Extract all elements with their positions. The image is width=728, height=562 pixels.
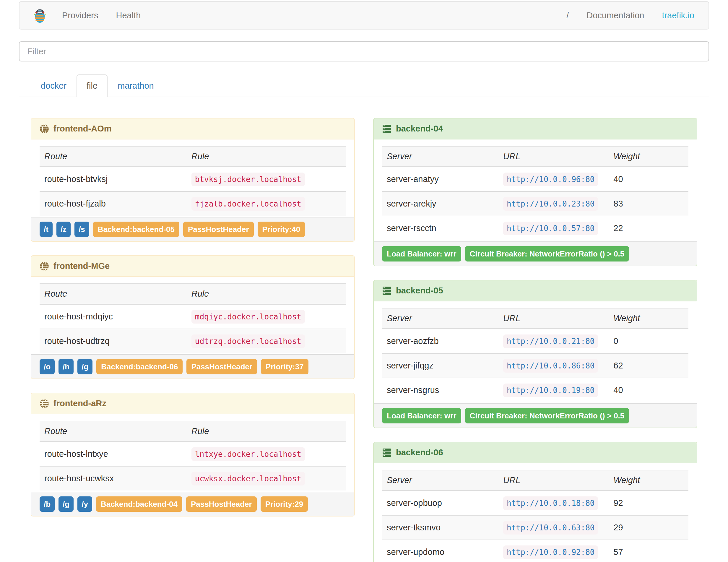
servers-table: Server URL Weight server-opbuop http://1… [382,470,688,562]
server-weight: 0 [609,329,688,354]
navbar: Providers Health / Documentation traefik… [19,1,709,30]
backend-card-header: backend-06 [374,442,697,463]
tab-file[interactable]: file [77,74,108,97]
table-row: route-host-lntxye lntxye.docker.localhos… [40,442,346,467]
circuit-breaker-badge: Circuit Breaker: NetworkErrorRatio () > … [465,408,629,423]
frontend-card-AOm: frontend-AOm Route Rule route-host-btvk [31,118,355,242]
column-header-url: URL [498,146,609,167]
table-row: server-jifqgz http://10.0.0.86:80 62 [382,353,688,378]
server-weight: 57 [609,540,688,562]
backend-card-04: backend-04 Server URL Weight [373,118,697,266]
servers-table: Server URL Weight server-aozfzb http://1… [382,308,688,402]
rule-value: ucwksx.docker.localhost [191,472,305,485]
backend-card-body: Server URL Weight server-aozfzb http://1… [374,301,697,403]
frontend-card-header: frontend-AOm [31,118,354,139]
route-name: route-host-lntxye [40,442,187,467]
globe-icon [40,399,49,408]
column-header-route: Route [40,421,187,442]
priority-badge: Priority:40 [258,222,305,237]
server-url-link[interactable]: http://10.0.0.96:80 [503,174,598,184]
server-url-link[interactable]: http://10.0.0.86:80 [503,361,598,370]
table-row: server-nsgrus http://10.0.0.19:80 40 [382,378,688,402]
server-weight: 92 [609,491,688,516]
backend-title: backend-06 [396,448,443,457]
rule-value: udtrzq.docker.localhost [191,334,305,348]
backend-ref-badge: Backend:backend-05 [93,222,179,237]
filter-input[interactable] [19,41,709,61]
backends-column: backend-04 Server URL Weight [373,118,697,562]
rule-value: btvksj.docker.localhost [191,173,305,186]
backend-card-footer: Load Balancer: wrr Circuit Breaker: Netw… [374,403,697,428]
passhostheader-badge: PassHostHeader [183,222,254,237]
nav-item-documentation[interactable]: Documentation [578,11,653,20]
server-url-link[interactable]: http://10.0.0.18:80 [503,498,598,508]
column-header-route: Route [40,284,187,304]
frontend-card-footer: /b /g /y Backend:backend-04 PassHostHead… [31,492,354,516]
load-balancer-badge: Load Balancer: wrr [382,246,461,261]
frontends-column: frontend-AOm Route Rule route-host-btvk [31,118,355,562]
routes-table: Route Rule route-host-mdqiyc mdqiyc.dock… [40,283,346,353]
frontend-card-footer: /o /h /g Backend:backend-06 PassHostHead… [31,354,354,379]
server-url-link[interactable]: http://10.0.0.21:80 [503,336,598,346]
frontend-card-body: Route Rule route-host-mdqiyc mdqiyc.dock… [31,277,354,354]
server-name: server-anatyy [382,167,498,192]
entrypoint-badge: /t [40,222,53,237]
column-header-server: Server [382,308,498,329]
traefik-mascot-icon [33,8,47,23]
backend-card-05: backend-05 Server URL Weight [373,280,697,428]
table-row: server-aozfzb http://10.0.0.21:80 0 [382,329,688,354]
table-row: route-host-ucwksx ucwksx.docker.localhos… [40,466,346,490]
server-url-link[interactable]: http://10.0.0.23:80 [503,199,598,208]
column-header-rule: Rule [187,284,346,304]
frontend-card-aRz: frontend-aRz Route Rule route-host-lntx [31,393,355,516]
priority-badge: Priority:37 [261,359,308,374]
routes-table: Route Rule route-host-btvksj btvksj.dock… [40,146,346,216]
server-icon [382,124,391,134]
server-name: server-opbuop [382,491,498,516]
servers-table: Server URL Weight server-anatyy http://1… [382,146,688,240]
entrypoint-badge: /g [59,496,74,512]
provider-tabs: docker file marathon [19,74,709,97]
filter-row [19,41,709,61]
main-content: frontend-AOm Route Rule route-host-btvk [19,118,709,562]
passhostheader-badge: PassHostHeader [186,359,257,374]
frontend-card-MGe: frontend-MGe Route Rule route-host-mdqi [31,255,355,379]
server-weight: 40 [609,378,688,402]
nav-item-health[interactable]: Health [107,11,150,20]
column-header-server: Server [382,470,498,491]
column-header-weight: Weight [609,146,688,167]
nav-item-providers[interactable]: Providers [53,11,107,20]
backend-card-footer: Load Balancer: wrr Circuit Breaker: Netw… [374,241,697,266]
backend-title: backend-05 [396,286,443,295]
entrypoint-badge: /g [77,359,92,374]
column-header-url: URL [498,308,609,329]
backend-ref-badge: Backend:backend-04 [96,496,182,512]
table-row: server-updomo http://10.0.0.92:80 57 [382,540,688,562]
tab-marathon[interactable]: marathon [108,74,164,97]
route-name: route-host-fjzalb [40,191,187,216]
server-icon [382,448,391,457]
nav-item-traefik-io[interactable]: traefik.io [653,11,703,20]
passhostheader-badge: PassHostHeader [186,496,257,512]
server-url-link[interactable]: http://10.0.0.92:80 [503,547,598,557]
server-url-link[interactable]: http://10.0.0.57:80 [503,223,598,233]
server-url-link[interactable]: http://10.0.0.63:80 [503,523,598,532]
rule-value: lntxye.docker.localhost [191,447,305,461]
server-weight: 62 [609,353,688,378]
column-header-rule: Rule [187,146,346,167]
server-name: server-jifqgz [382,353,498,378]
frontend-title: frontend-aRz [53,399,106,408]
globe-icon [40,124,49,134]
backend-ref-badge: Backend:backend-06 [96,359,183,374]
route-name: route-host-mdqiyc [40,304,187,329]
server-name: server-tksmvo [382,515,498,540]
tab-docker[interactable]: docker [31,74,77,97]
frontend-card-header: frontend-MGe [31,256,354,277]
server-url-link[interactable]: http://10.0.0.19:80 [503,385,598,395]
route-name: route-host-btvksj [40,167,187,192]
column-header-server: Server [382,146,498,167]
rule-value: fjzalb.docker.localhost [191,197,305,211]
entrypoint-badge: /s [74,222,89,237]
entrypoint-badge: /b [40,496,55,512]
backend-card-body: Server URL Weight server-opbuop http://1… [374,463,697,562]
